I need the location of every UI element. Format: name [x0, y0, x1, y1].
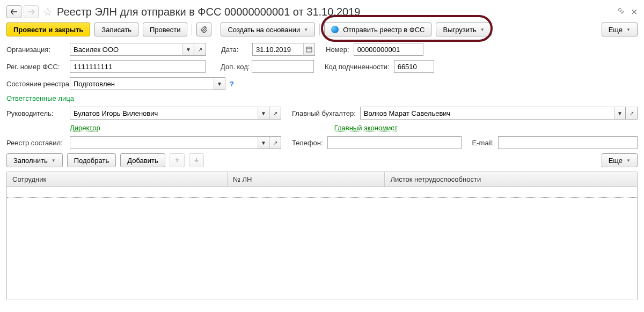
- chevron-down-icon: ▼: [304, 27, 308, 32]
- organization-field[interactable]: ▼ ↗: [70, 43, 206, 56]
- calendar-icon[interactable]: [303, 43, 315, 56]
- list-more-button[interactable]: Еще ▼: [602, 153, 638, 167]
- head-position-link[interactable]: Директор: [70, 124, 100, 132]
- nav-forward-button[interactable]: [24, 5, 39, 18]
- status-field[interactable]: ▼: [70, 77, 225, 90]
- compiled-label: Реестр составил:: [6, 139, 65, 147]
- head-label: Руководитель:: [6, 109, 65, 117]
- fss-reg-label: Рег. номер ФСС:: [6, 63, 65, 71]
- number-label: Номер:: [326, 46, 349, 54]
- post-button[interactable]: Провести: [143, 23, 188, 36]
- chevron-down-icon: ▼: [480, 27, 485, 32]
- dropdown-icon[interactable]: ▼: [258, 107, 269, 120]
- add-button[interactable]: Добавить: [120, 153, 165, 167]
- svg-rect-0: [306, 47, 312, 52]
- toolbar-separator: [319, 24, 320, 35]
- sub-code-label: Код подчиненности:: [325, 63, 390, 71]
- send-registry-button[interactable]: Отправить реестр в ФСС: [324, 23, 431, 36]
- table-body[interactable]: [7, 187, 637, 300]
- responsibles-section-title: Ответственные лица: [6, 94, 638, 102]
- globe-icon: [331, 26, 339, 33]
- help-icon[interactable]: ?: [230, 80, 234, 88]
- favorite-star-icon[interactable]: ☆: [43, 5, 53, 18]
- col-employee[interactable]: Сотрудник: [7, 172, 228, 187]
- table-header: Сотрудник № ЛН Листок нетрудоспособности: [7, 172, 637, 187]
- main-toolbar: Провести и закрыть Записать Провести Соз…: [6, 23, 638, 36]
- employees-table: Сотрудник № ЛН Листок нетрудоспособности: [6, 172, 638, 300]
- empty-row: [7, 187, 637, 198]
- phone-field[interactable]: [327, 136, 462, 149]
- post-and-close-button[interactable]: Провести и закрыть: [6, 23, 90, 36]
- link-icon[interactable]: [617, 6, 625, 17]
- accountant-label: Главный бухгалтер:: [292, 109, 356, 117]
- extra-code-label: Доп. код:: [221, 63, 247, 71]
- accountant-position-link[interactable]: Главный экономист: [334, 124, 398, 132]
- export-button[interactable]: Выгрузить ▼: [436, 23, 491, 36]
- fss-reg-field[interactable]: [70, 60, 206, 73]
- accountant-field[interactable]: ▼ ↗: [360, 107, 638, 120]
- toolbar-separator: [192, 24, 192, 35]
- open-icon[interactable]: ↗: [269, 107, 281, 120]
- dropdown-icon[interactable]: ▼: [258, 136, 269, 149]
- more-button[interactable]: Еще ▼: [602, 23, 638, 36]
- dropdown-icon[interactable]: ▼: [214, 77, 225, 90]
- move-up-button[interactable]: [170, 153, 185, 167]
- dropdown-icon[interactable]: ▼: [614, 107, 626, 120]
- chevron-down-icon: ▼: [626, 158, 631, 163]
- compiled-field[interactable]: ▼ ↗: [70, 136, 281, 149]
- fill-button[interactable]: Заполнить ▼: [6, 153, 63, 167]
- extra-code-field[interactable]: [252, 60, 314, 73]
- date-field[interactable]: [252, 43, 315, 56]
- open-icon[interactable]: ↗: [194, 43, 206, 56]
- number-field[interactable]: [354, 43, 423, 56]
- list-toolbar: Заполнить ▼ Подобрать Добавить Еще ▼: [6, 153, 638, 167]
- save-button[interactable]: Записать: [94, 23, 138, 36]
- open-icon[interactable]: ↗: [269, 136, 281, 149]
- phone-label: Телефон:: [292, 139, 323, 147]
- date-label: Дата:: [221, 46, 248, 54]
- col-disability[interactable]: Листок нетрудоспособности: [385, 172, 637, 187]
- move-down-button[interactable]: [189, 153, 204, 167]
- dropdown-icon[interactable]: ▼: [182, 43, 194, 56]
- attach-button[interactable]: [196, 23, 211, 36]
- page-title: Реестр ЭЛН для отправки в ФСС 0000000000…: [57, 6, 614, 18]
- create-based-on-button[interactable]: Создать на основании ▼: [221, 23, 315, 36]
- head-field[interactable]: ▼ ↗: [70, 107, 281, 120]
- close-icon[interactable]: ✕: [631, 7, 638, 17]
- email-label: E-mail:: [472, 139, 494, 147]
- col-ln-number[interactable]: № ЛН: [228, 172, 385, 187]
- toolbar-separator: [216, 24, 216, 35]
- chevron-down-icon: ▼: [52, 158, 56, 163]
- nav-back-button[interactable]: [6, 5, 21, 18]
- open-icon[interactable]: ↗: [626, 107, 638, 120]
- email-field[interactable]: [498, 136, 638, 149]
- sub-code-field[interactable]: [394, 60, 434, 73]
- chevron-down-icon: ▼: [626, 27, 631, 32]
- organization-label: Организация:: [6, 46, 65, 54]
- pick-button[interactable]: Подобрать: [67, 153, 116, 167]
- status-label: Состояние реестра:: [6, 80, 65, 88]
